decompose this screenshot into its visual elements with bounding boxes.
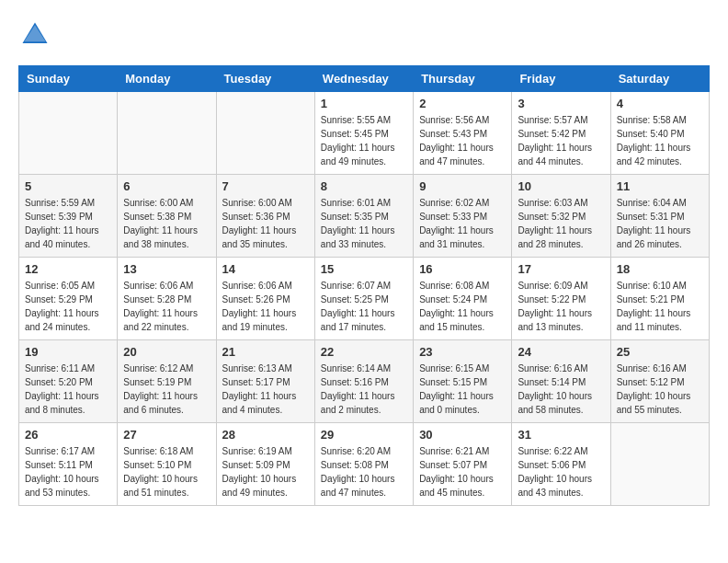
day-number: 21: [222, 345, 309, 359]
calendar-header-row: SundayMondayTuesdayWednesdayThursdayFrid…: [19, 66, 710, 92]
calendar-cell: 30Sunrise: 6:21 AM Sunset: 5:07 PM Dayli…: [414, 423, 512, 506]
svg-marker-1: [24, 25, 45, 41]
logo: [18, 18, 55, 52]
day-info: Sunrise: 6:00 AM Sunset: 5:36 PM Dayligh…: [222, 196, 309, 251]
day-number: 13: [123, 262, 210, 276]
calendar-cell: 5Sunrise: 5:59 AM Sunset: 5:39 PM Daylig…: [19, 175, 118, 258]
calendar-cell: 4Sunrise: 5:58 AM Sunset: 5:40 PM Daylig…: [610, 92, 709, 175]
calendar-cell: 22Sunrise: 6:14 AM Sunset: 5:16 PM Dayli…: [314, 340, 413, 423]
day-info: Sunrise: 5:55 AM Sunset: 5:45 PM Dayligh…: [321, 113, 407, 168]
day-info: Sunrise: 6:08 AM Sunset: 5:24 PM Dayligh…: [419, 279, 506, 334]
day-info: Sunrise: 6:17 AM Sunset: 5:11 PM Dayligh…: [25, 444, 111, 500]
calendar-cell: [19, 92, 118, 175]
day-info: Sunrise: 6:11 AM Sunset: 5:20 PM Dayligh…: [25, 362, 111, 417]
weekday-header-thursday: Thursday: [414, 66, 512, 92]
day-info: Sunrise: 6:09 AM Sunset: 5:22 PM Dayligh…: [518, 279, 604, 334]
calendar-cell: 11Sunrise: 6:04 AM Sunset: 5:31 PM Dayli…: [610, 175, 709, 258]
calendar-cell: 18Sunrise: 6:10 AM Sunset: 5:21 PM Dayli…: [610, 258, 709, 340]
day-info: Sunrise: 6:13 AM Sunset: 5:17 PM Dayligh…: [222, 362, 309, 417]
calendar-cell: 10Sunrise: 6:03 AM Sunset: 5:32 PM Dayli…: [512, 175, 610, 258]
day-number: 11: [617, 179, 703, 193]
calendar-cell: [610, 423, 709, 506]
day-info: Sunrise: 6:04 AM Sunset: 5:31 PM Dayligh…: [617, 196, 703, 251]
day-info: Sunrise: 6:22 AM Sunset: 5:06 PM Dayligh…: [518, 444, 604, 500]
calendar-cell: 12Sunrise: 6:05 AM Sunset: 5:29 PM Dayli…: [19, 258, 118, 340]
calendar-cell: 2Sunrise: 5:56 AM Sunset: 5:43 PM Daylig…: [414, 92, 512, 175]
day-number: 15: [321, 262, 407, 276]
calendar-cell: 26Sunrise: 6:17 AM Sunset: 5:11 PM Dayli…: [19, 423, 118, 506]
calendar-cell: [118, 92, 216, 175]
day-number: 8: [321, 179, 407, 193]
calendar-cell: 16Sunrise: 6:08 AM Sunset: 5:24 PM Dayli…: [414, 258, 512, 340]
day-number: 9: [419, 179, 506, 193]
weekday-header-tuesday: Tuesday: [216, 66, 314, 92]
calendar-cell: [216, 92, 314, 175]
day-number: 3: [518, 97, 604, 110]
calendar-cell: 9Sunrise: 6:02 AM Sunset: 5:33 PM Daylig…: [414, 175, 512, 258]
day-number: 14: [222, 262, 309, 276]
day-info: Sunrise: 6:02 AM Sunset: 5:33 PM Dayligh…: [419, 196, 506, 251]
day-number: 12: [25, 262, 111, 276]
day-number: 29: [321, 428, 407, 442]
week-row-3: 12Sunrise: 6:05 AM Sunset: 5:29 PM Dayli…: [19, 258, 710, 340]
calendar-cell: 24Sunrise: 6:16 AM Sunset: 5:14 PM Dayli…: [512, 340, 610, 423]
calendar-cell: 20Sunrise: 6:12 AM Sunset: 5:19 PM Dayli…: [118, 340, 216, 423]
day-info: Sunrise: 6:07 AM Sunset: 5:25 PM Dayligh…: [321, 279, 407, 334]
calendar-cell: 8Sunrise: 6:01 AM Sunset: 5:35 PM Daylig…: [314, 175, 413, 258]
weekday-header-friday: Friday: [512, 66, 610, 92]
day-number: 17: [518, 262, 604, 276]
day-info: Sunrise: 6:18 AM Sunset: 5:10 PM Dayligh…: [123, 444, 210, 500]
day-number: 4: [617, 97, 703, 110]
day-number: 2: [419, 97, 506, 110]
weekday-header-monday: Monday: [118, 66, 216, 92]
day-number: 20: [123, 345, 210, 359]
calendar-cell: 25Sunrise: 6:16 AM Sunset: 5:12 PM Dayli…: [610, 340, 709, 423]
day-info: Sunrise: 5:58 AM Sunset: 5:40 PM Dayligh…: [617, 113, 703, 168]
calendar-cell: 21Sunrise: 6:13 AM Sunset: 5:17 PM Dayli…: [216, 340, 314, 423]
day-info: Sunrise: 6:16 AM Sunset: 5:12 PM Dayligh…: [617, 362, 703, 417]
day-number: 7: [222, 179, 309, 193]
day-info: Sunrise: 6:03 AM Sunset: 5:32 PM Dayligh…: [518, 196, 604, 251]
calendar-cell: 17Sunrise: 6:09 AM Sunset: 5:22 PM Dayli…: [512, 258, 610, 340]
weekday-header-wednesday: Wednesday: [314, 66, 413, 92]
day-number: 10: [518, 179, 604, 193]
day-info: Sunrise: 6:00 AM Sunset: 5:38 PM Dayligh…: [123, 196, 210, 251]
day-number: 31: [518, 428, 604, 442]
week-row-1: 1Sunrise: 5:55 AM Sunset: 5:45 PM Daylig…: [19, 92, 710, 175]
logo-icon: [18, 18, 51, 52]
day-info: Sunrise: 6:21 AM Sunset: 5:07 PM Dayligh…: [419, 444, 506, 500]
day-info: Sunrise: 5:59 AM Sunset: 5:39 PM Dayligh…: [25, 196, 111, 251]
calendar-cell: 28Sunrise: 6:19 AM Sunset: 5:09 PM Dayli…: [216, 423, 314, 506]
calendar-cell: 27Sunrise: 6:18 AM Sunset: 5:10 PM Dayli…: [118, 423, 216, 506]
day-number: 23: [419, 345, 506, 359]
calendar-cell: 15Sunrise: 6:07 AM Sunset: 5:25 PM Dayli…: [314, 258, 413, 340]
calendar-cell: 6Sunrise: 6:00 AM Sunset: 5:38 PM Daylig…: [118, 175, 216, 258]
calendar-cell: 13Sunrise: 6:06 AM Sunset: 5:28 PM Dayli…: [118, 258, 216, 340]
day-info: Sunrise: 6:05 AM Sunset: 5:29 PM Dayligh…: [25, 279, 111, 334]
day-info: Sunrise: 6:14 AM Sunset: 5:16 PM Dayligh…: [321, 362, 407, 417]
day-number: 6: [123, 179, 210, 193]
day-number: 30: [419, 428, 506, 442]
day-number: 25: [617, 345, 703, 359]
day-number: 28: [222, 428, 309, 442]
weekday-header-saturday: Saturday: [610, 66, 709, 92]
day-info: Sunrise: 6:15 AM Sunset: 5:15 PM Dayligh…: [419, 362, 506, 417]
day-info: Sunrise: 5:57 AM Sunset: 5:42 PM Dayligh…: [518, 113, 604, 168]
day-info: Sunrise: 6:19 AM Sunset: 5:09 PM Dayligh…: [222, 444, 309, 500]
day-info: Sunrise: 6:12 AM Sunset: 5:19 PM Dayligh…: [123, 362, 210, 417]
calendar-cell: 14Sunrise: 6:06 AM Sunset: 5:26 PM Dayli…: [216, 258, 314, 340]
day-number: 1: [321, 97, 407, 110]
day-number: 22: [321, 345, 407, 359]
day-number: 26: [25, 428, 111, 442]
day-number: 5: [25, 179, 111, 193]
day-info: Sunrise: 6:20 AM Sunset: 5:08 PM Dayligh…: [321, 444, 407, 500]
calendar-cell: 1Sunrise: 5:55 AM Sunset: 5:45 PM Daylig…: [314, 92, 413, 175]
week-row-5: 26Sunrise: 6:17 AM Sunset: 5:11 PM Dayli…: [19, 423, 710, 506]
day-info: Sunrise: 5:56 AM Sunset: 5:43 PM Dayligh…: [419, 113, 506, 168]
day-info: Sunrise: 6:10 AM Sunset: 5:21 PM Dayligh…: [617, 279, 703, 334]
weekday-header-sunday: Sunday: [19, 66, 118, 92]
week-row-4: 19Sunrise: 6:11 AM Sunset: 5:20 PM Dayli…: [19, 340, 710, 423]
day-number: 24: [518, 345, 604, 359]
calendar-table: SundayMondayTuesdayWednesdayThursdayFrid…: [18, 65, 710, 506]
day-number: 18: [617, 262, 703, 276]
